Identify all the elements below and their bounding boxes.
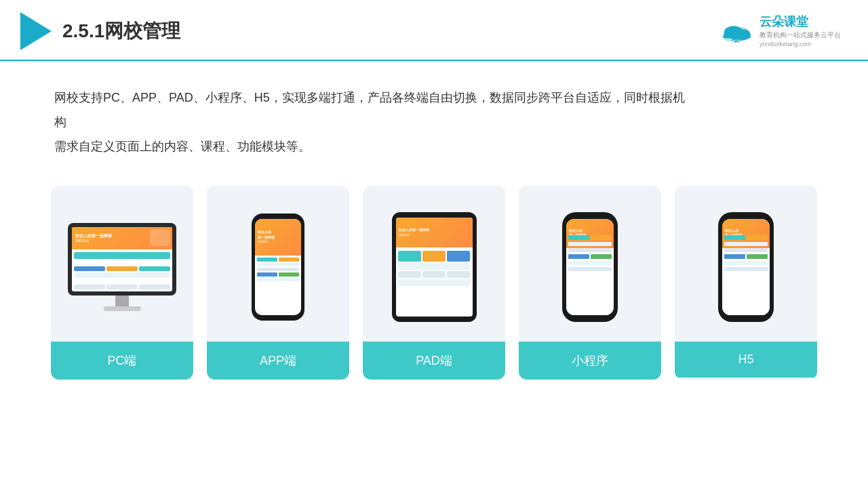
description-block: 网校支持PC、APP、PAD、小程序、H5，实现多端打通，产品各终端自由切换，数… <box>0 61 746 172</box>
h5-image-area: 职达人的 第一堂网课 <box>675 186 817 342</box>
header: 2.5.1网校管理 云朵课堂 教育机构一站式服务云平台 yunduoketang… <box>0 0 868 61</box>
header-left: 2.5.1网校管理 <box>20 12 180 50</box>
logo-icon <box>20 12 52 50</box>
card-miniapp: 职达人的 第一堂网课 <box>519 186 661 380</box>
brand-text-group: 云朵课堂 教育机构一站式服务云平台 yunduoketang.com <box>760 14 841 49</box>
svg-rect-4 <box>724 35 751 38</box>
page-title: 2.5.1网校管理 <box>62 18 180 44</box>
h5-phone-icon: 职达人的 第一堂网课 <box>718 212 774 322</box>
pc-label: PC端 <box>51 342 193 380</box>
pad-tablet-icon: 职达人的第一堂网课 课程推荐 <box>392 212 477 322</box>
brand-tagline: 教育机构一站式服务云平台 <box>760 30 841 40</box>
cloud-svg-icon <box>719 19 754 43</box>
miniapp-phone-icon: 职达人的 第一堂网课 <box>562 212 618 322</box>
app-image-area: 职达人的 第一堂网课 课程推荐 <box>207 186 349 342</box>
card-h5: 职达人的 第一堂网课 <box>675 186 817 380</box>
card-pad: 职达人的第一堂网课 课程推荐 <box>363 186 505 380</box>
brand-name: 云朵课堂 <box>760 14 808 30</box>
card-app: 职达人的 第一堂网课 课程推荐 <box>207 186 349 380</box>
brand-url: yunduoketang.com <box>760 40 811 49</box>
brand-logo: 云朵课堂 教育机构一站式服务云平台 yunduoketang.com <box>719 14 841 49</box>
card-pc: 职达人的第一堂网课 课程管理 <box>51 186 193 380</box>
pc-monitor-icon: 职达人的第一堂网课 课程管理 <box>68 223 176 311</box>
pad-image-area: 职达人的第一堂网课 课程推荐 <box>363 186 505 342</box>
miniapp-image-area: 职达人的 第一堂网课 <box>519 186 661 342</box>
app-label: APP端 <box>207 342 349 380</box>
device-cards-section: 职达人的第一堂网课 课程管理 <box>0 172 868 393</box>
pad-label: PAD端 <box>363 342 505 380</box>
pc-image-area: 职达人的第一堂网课 课程管理 <box>51 186 193 342</box>
app-phone-icon: 职达人的 第一堂网课 课程推荐 <box>252 214 304 321</box>
miniapp-label: 小程序 <box>519 342 661 380</box>
h5-label: H5 <box>675 342 817 378</box>
description-text: 网校支持PC、APP、PAD、小程序、H5，实现多端打通，产品各终端自由切换，数… <box>54 85 692 159</box>
